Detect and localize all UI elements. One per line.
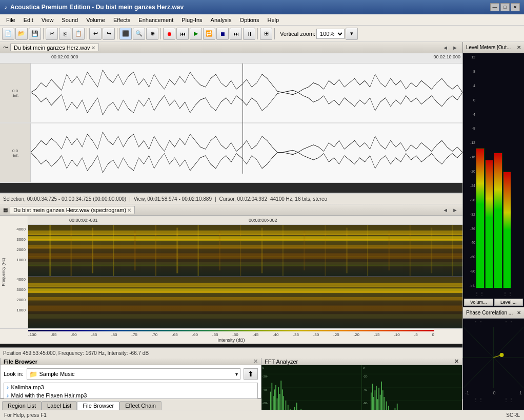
look-in-row: Look in: 📁 Sample Music ▾ ⬆ <box>4 368 258 380</box>
phase-corr-close[interactable]: ✕ <box>517 310 521 316</box>
int-label-10: -50 <box>232 332 238 337</box>
grid-button[interactable]: ⊞ <box>260 28 272 40</box>
select-tool[interactable]: ⬛ <box>119 28 132 40</box>
zoom-tool[interactable]: 🔍 <box>133 28 145 40</box>
db-4: 4 <box>464 84 475 88</box>
svg-rect-22 <box>325 225 326 276</box>
spec-svg-bottom <box>28 277 462 328</box>
waveform-nav-next[interactable]: ► <box>451 45 459 51</box>
play-loop[interactable]: 🔁 <box>203 28 215 40</box>
save-button[interactable]: 💾 <box>29 28 41 40</box>
meter-dots-left: ⋮⋮ <box>474 291 485 297</box>
svg-rect-56 <box>274 389 275 410</box>
record-button[interactable]: ⏺ <box>163 28 175 40</box>
tab-effect-chain[interactable]: Effect Chain <box>119 401 162 410</box>
status-view: View, 00:01:58:974 - 00:02:10:889 <box>134 196 212 202</box>
waveform-nav-prev[interactable]: ◄ <box>441 45 450 51</box>
svg-rect-59 <box>278 387 279 410</box>
volume-button[interactable]: Volum... <box>464 299 493 306</box>
fft-left: 0- -20- -40- -60- -80- <box>261 365 362 410</box>
svg-text:-20-: -20- <box>263 375 268 378</box>
db-8: 8 <box>464 70 475 73</box>
goto-start[interactable]: ⏮ <box>176 28 189 40</box>
zoom-select[interactable]: 100% 25% 50% 75% 150% 200% <box>316 29 345 39</box>
look-in-select[interactable]: 📁 Sample Music ▾ <box>27 368 240 380</box>
int-label-19: -5 <box>414 332 418 337</box>
menu-sound[interactable]: Sound <box>57 16 82 24</box>
fft-close[interactable]: ✕ <box>454 358 459 365</box>
spec-track-top[interactable]: /* placeholder */ <box>28 225 462 276</box>
db-neg32: -32 <box>464 213 475 216</box>
minimize-button[interactable]: — <box>490 3 499 11</box>
spectrogram-tab-close[interactable]: ✕ <box>127 207 131 213</box>
svg-rect-29 <box>28 234 462 235</box>
paste-button[interactable]: 📋 <box>72 28 85 40</box>
phase-dots-br: ⋮⋮ <box>503 397 514 403</box>
menu-view[interactable]: View <box>37 16 58 24</box>
track-wave-2[interactable] <box>31 123 462 182</box>
cut-button[interactable]: ✂ <box>46 28 58 40</box>
status-separator-2: | <box>215 196 216 202</box>
track2-top: 0.0 <box>12 149 18 153</box>
scrub-tool[interactable]: ⊕ <box>146 28 158 40</box>
intensity-gradient <box>28 330 434 331</box>
y-3000-2: 3000 <box>16 287 26 292</box>
svg-rect-26 <box>410 225 411 276</box>
redo-button[interactable]: ↪ <box>103 28 115 40</box>
tab-region-list[interactable]: Region List <box>2 401 42 410</box>
waveform-svg-2 <box>31 123 462 182</box>
level-button[interactable]: Level ... <box>494 299 523 306</box>
menu-effects[interactable]: Effects <box>109 16 134 24</box>
meter-scale: 12 8 4 0 -4 -8 -12 -16 -20 -24 -28 -32 -… <box>464 54 475 288</box>
menu-plugins[interactable]: Plug-Ins <box>177 16 206 24</box>
svg-rect-104 <box>381 382 382 410</box>
svg-text:-60-: -60- <box>363 402 369 405</box>
db-neg8: -8 <box>464 127 475 130</box>
waveform-tab[interactable]: Du bist mein ganzes Herz.wav ✕ <box>10 44 99 51</box>
y-4000-2: 4000 <box>16 277 26 282</box>
menu-file[interactable]: File <box>2 16 19 24</box>
spec-nav-prev[interactable]: ◄ <box>441 207 450 213</box>
svg-rect-102 <box>378 388 379 410</box>
zoom-dropdown[interactable]: ▾ <box>346 28 358 40</box>
menu-help[interactable]: Help <box>263 16 283 24</box>
svg-rect-1 <box>31 123 462 182</box>
look-in-nav-btn[interactable]: ⬆ <box>244 368 258 380</box>
int-label-5: -75 <box>131 332 137 337</box>
open-button[interactable]: 📂 <box>15 28 28 40</box>
look-in-dropdown-arrow[interactable]: ▾ <box>235 371 238 377</box>
menu-volume[interactable]: Volume <box>82 16 109 24</box>
maximize-button[interactable]: □ <box>500 3 510 11</box>
play-button[interactable]: ▶ <box>190 28 202 40</box>
file-item-0[interactable]: ♪ Kalimba.mp3 <box>4 383 257 391</box>
menu-options[interactable]: Options <box>236 16 264 24</box>
left-panel: 〜 Du bist mein ganzes Herz.wav ✕ ◄ ► 00:… <box>0 42 462 410</box>
spectrogram-tab[interactable]: Du bist mein ganzes Herz.wav (spectrogra… <box>10 206 135 214</box>
menu-enhancement[interactable]: Enhancement <box>134 16 177 24</box>
pause-button[interactable]: ⏸ <box>243 28 255 40</box>
file-browser-close[interactable]: ✕ <box>253 358 258 365</box>
close-button[interactable]: ✕ <box>511 3 520 11</box>
tab-label-list[interactable]: Label List <box>42 401 77 410</box>
spec-nav-next[interactable]: ► <box>451 207 459 213</box>
stop-button[interactable]: ⏹ <box>216 28 229 40</box>
status-help: For Help, press F1 <box>4 412 47 418</box>
menu-edit[interactable]: Edit <box>19 16 37 24</box>
new-button[interactable]: 📄 <box>2 28 14 40</box>
svg-rect-62 <box>282 389 283 410</box>
spectrogram-panel: ▦ Du bist mein ganzes Herz.wav (spectrog… <box>0 204 462 348</box>
track-wave-1[interactable] <box>31 64 462 122</box>
waveform-tab-close[interactable]: ✕ <box>91 45 95 51</box>
tab-file-browser[interactable]: File Browser <box>77 401 119 410</box>
level-meters-close[interactable]: ✕ <box>517 45 521 50</box>
spec-track-bottom[interactable] <box>28 277 462 328</box>
copy-button[interactable]: ⎘ <box>59 28 71 40</box>
svg-text:-20-: -20- <box>363 375 369 378</box>
menu-analysis[interactable]: Analysis <box>207 16 236 24</box>
undo-button[interactable]: ↩ <box>89 28 102 40</box>
goto-end[interactable]: ⏭ <box>230 28 242 40</box>
spec-time-ruler: 00:00:00:-001 00:00:00:-002 <box>28 216 462 225</box>
db-neg12: -12 <box>464 141 475 144</box>
svg-rect-33 <box>28 265 462 266</box>
svg-rect-96 <box>371 392 372 410</box>
